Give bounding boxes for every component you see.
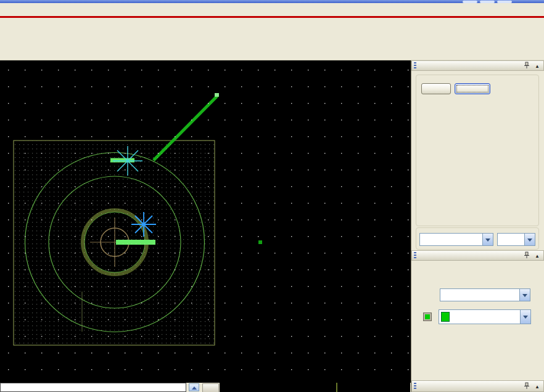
panel-grip[interactable] [414, 252, 416, 259]
class-value [440, 289, 519, 301]
pin-icon[interactable] [524, 62, 531, 70]
all-on-button[interactable] [421, 83, 451, 94]
chevron-down-icon[interactable] [524, 234, 535, 245]
chevron-down-icon[interactable] [519, 289, 530, 301]
options-panel-header[interactable] [411, 250, 544, 261]
find-by-property-select[interactable] [419, 233, 493, 246]
find-by-name-select[interactable] [497, 233, 535, 246]
chevron-down-icon[interactable] [482, 234, 493, 245]
find-filter-group [416, 75, 539, 226]
panel-grip[interactable] [414, 62, 416, 69]
chevron-down-icon[interactable] [520, 310, 530, 324]
toolbar-row-2 [0, 39, 544, 60]
find-panel-header[interactable] [411, 60, 544, 71]
allegro-window [0, 0, 544, 392]
command-input[interactable] [0, 383, 186, 392]
toolbar-row-1 [0, 18, 544, 39]
collapse-icon[interactable] [534, 253, 541, 259]
resize-handle[interactable] [202, 383, 219, 392]
find-by-name-group [416, 227, 539, 250]
design-canvas[interactable] [0, 60, 411, 383]
status-strip-divider [336, 383, 337, 392]
subclass-color-swatch[interactable] [423, 312, 432, 321]
trace-endpoint[interactable] [215, 93, 219, 97]
subclass-select[interactable] [439, 309, 531, 324]
visibility-panel-header[interactable] [411, 380, 544, 392]
menu-bar [0, 3, 544, 16]
snap-star-center [131, 212, 156, 237]
watermark[interactable] [242, 187, 300, 204]
snap-star-top [113, 146, 142, 176]
name-value [498, 234, 524, 245]
class-select[interactable] [440, 288, 530, 301]
panel-grip[interactable] [414, 383, 416, 390]
find-panel-body [411, 71, 544, 250]
pin-icon[interactable] [524, 251, 531, 259]
status-strip [220, 383, 410, 392]
collapse-icon[interactable] [534, 63, 541, 69]
collapse-icon[interactable] [534, 383, 541, 390]
property-value [420, 234, 482, 245]
subclass-swatch-icon [441, 312, 450, 322]
scroll-up-button[interactable] [189, 383, 199, 391]
options-panel-body [411, 261, 544, 380]
docking-panels [411, 60, 544, 392]
all-off-button[interactable] [455, 83, 490, 94]
pin-icon[interactable] [524, 382, 531, 390]
